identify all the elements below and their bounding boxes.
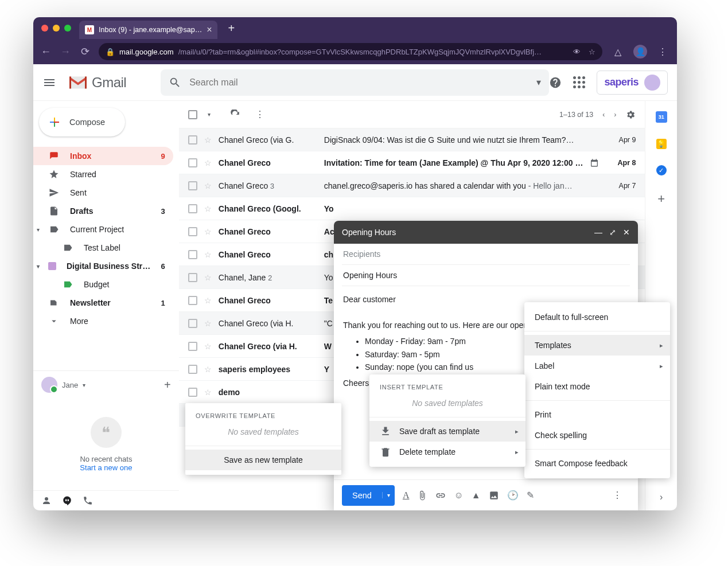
prev-page-icon[interactable]: ‹ bbox=[602, 111, 605, 119]
menu-item-check-spelling[interactable]: Check spelling bbox=[524, 425, 670, 446]
drive-insert-icon[interactable]: ▲ bbox=[472, 490, 481, 501]
mail-row[interactable]: ☆Chanel Greco (Googl.Yo bbox=[179, 197, 645, 220]
close-window-button[interactable] bbox=[41, 25, 48, 32]
keep-addon-icon[interactable]: 💡 bbox=[656, 139, 667, 149]
mail-checkbox[interactable] bbox=[188, 365, 197, 374]
hangouts-user[interactable]: Jane ▾ + bbox=[33, 371, 179, 399]
address-bar[interactable]: 🔒 mail.google.com /mail/u/0/?tab=rm&ogbl… bbox=[99, 43, 602, 60]
menu-item-default-to-full-screen[interactable]: Default to full-screen bbox=[524, 307, 670, 327]
mail-row[interactable]: ☆Chanel Greco 3chanel.greco@saperis.io h… bbox=[179, 174, 645, 197]
gmail-logo[interactable]: Gmail bbox=[68, 75, 126, 91]
menu-item-label[interactable]: Label▸ bbox=[524, 356, 670, 376]
sidebar-item-more[interactable]: More bbox=[33, 312, 173, 330]
settings-gear-icon[interactable] bbox=[625, 110, 636, 120]
sidebar-item-sent[interactable]: Sent bbox=[33, 184, 173, 202]
star-icon[interactable]: ☆ bbox=[204, 319, 212, 328]
person-icon[interactable] bbox=[41, 495, 52, 506]
send-options-icon[interactable]: ▾ bbox=[382, 492, 395, 498]
send-button[interactable]: Send ▾ bbox=[342, 485, 395, 506]
more-options-icon[interactable]: ⋮ bbox=[613, 490, 622, 501]
menu-item-templates[interactable]: Templates▸ bbox=[524, 335, 670, 356]
eye-icon[interactable]: 👁 bbox=[573, 48, 581, 56]
compose-header[interactable]: Opening Hours — ⤢ ✕ bbox=[334, 221, 638, 244]
subject-field[interactable]: Opening Hours bbox=[342, 265, 630, 286]
get-addons-icon[interactable]: + bbox=[657, 192, 665, 206]
new-tab-button[interactable]: + bbox=[228, 22, 235, 35]
mail-checkbox[interactable] bbox=[188, 296, 197, 305]
star-icon[interactable]: ☆ bbox=[204, 204, 212, 213]
maximize-window-button[interactable] bbox=[64, 25, 71, 32]
support-icon[interactable] bbox=[549, 76, 562, 89]
link-icon[interactable] bbox=[435, 490, 446, 501]
save-as-new-template-item[interactable]: Save as new template bbox=[185, 450, 341, 470]
formatting-icon[interactable]: A bbox=[403, 490, 410, 501]
sidebar-item-current-project[interactable]: ▾Current Project bbox=[33, 220, 173, 239]
sidebar-item-drafts[interactable]: Drafts3 bbox=[33, 202, 173, 220]
mail-checkbox[interactable] bbox=[188, 250, 197, 259]
search-bar[interactable]: ▾ bbox=[161, 69, 549, 96]
menu-item-smart-compose-feedback[interactable]: Smart Compose feedback bbox=[524, 453, 670, 474]
tasks-addon-icon[interactable]: ✓ bbox=[656, 165, 667, 175]
close-compose-icon[interactable]: ✕ bbox=[623, 228, 630, 237]
recipients-field[interactable]: Recipients bbox=[342, 244, 630, 265]
new-conversation-icon[interactable]: + bbox=[164, 378, 171, 392]
menu-item-plain-text-mode[interactable]: Plain text mode bbox=[524, 376, 670, 397]
apps-icon[interactable] bbox=[573, 76, 585, 88]
next-page-icon[interactable]: › bbox=[614, 111, 616, 119]
drive-icon[interactable]: △ bbox=[610, 44, 625, 59]
profile-avatar[interactable]: 👤 bbox=[633, 45, 647, 58]
refresh-icon[interactable] bbox=[230, 110, 240, 120]
compose-button[interactable]: Compose bbox=[39, 108, 125, 136]
fullscreen-compose-icon[interactable]: ⤢ bbox=[609, 228, 616, 237]
hangouts-icon[interactable] bbox=[62, 495, 72, 506]
reload-button[interactable]: ⟳ bbox=[79, 45, 91, 58]
sidebar-item-digital-business-str-[interactable]: ▾Digital Business Str…6 bbox=[33, 257, 173, 275]
workspace-account[interactable]: saperis bbox=[597, 71, 668, 95]
mail-row[interactable]: ☆Chanel Greco (via G.DigiSnack 09/04: Wa… bbox=[179, 128, 645, 151]
sidebar-item-inbox[interactable]: Inbox9 bbox=[33, 147, 173, 165]
mail-checkbox[interactable] bbox=[188, 181, 197, 190]
collapse-sidepanel-icon[interactable]: › bbox=[660, 492, 663, 502]
star-icon[interactable]: ☆ bbox=[204, 250, 212, 259]
select-dropdown-icon[interactable]: ▾ bbox=[208, 111, 211, 118]
star-icon[interactable]: ☆ bbox=[204, 365, 212, 374]
back-button[interactable]: ← bbox=[40, 46, 52, 58]
minimize-compose-icon[interactable]: — bbox=[594, 228, 602, 237]
save-draft-as-template-item[interactable]: Save draft as template ▸ bbox=[369, 421, 525, 442]
star-icon[interactable]: ☆ bbox=[204, 135, 212, 145]
mail-row[interactable]: ☆Chanel GrecoInvitation: Time for team (… bbox=[179, 151, 645, 174]
sidebar-item-budget[interactable]: Budget bbox=[33, 275, 173, 294]
star-icon[interactable]: ☆ bbox=[204, 158, 212, 167]
mail-checkbox[interactable] bbox=[188, 204, 197, 213]
menu-item-print[interactable]: Print bbox=[524, 404, 670, 425]
mail-checkbox[interactable] bbox=[188, 273, 197, 282]
select-all-checkbox[interactable] bbox=[188, 110, 197, 119]
minimize-window-button[interactable] bbox=[53, 25, 60, 32]
star-icon[interactable]: ☆ bbox=[204, 273, 212, 282]
star-icon[interactable]: ☆ bbox=[204, 181, 212, 190]
star-icon[interactable]: ☆ bbox=[204, 388, 212, 397]
mail-checkbox[interactable] bbox=[188, 227, 197, 236]
mail-checkbox[interactable] bbox=[188, 388, 197, 397]
sidebar-item-test-label[interactable]: Test Label bbox=[33, 239, 173, 257]
sidebar-item-newsletter[interactable]: Newsletter1 bbox=[33, 294, 173, 312]
star-icon[interactable]: ☆ bbox=[204, 227, 212, 236]
star-icon[interactable]: ☆ bbox=[204, 296, 212, 305]
search-input[interactable] bbox=[189, 77, 536, 88]
phone-icon[interactable] bbox=[83, 495, 93, 506]
attach-icon[interactable] bbox=[417, 490, 427, 501]
signature-icon[interactable]: ✎ bbox=[527, 490, 534, 501]
search-options-icon[interactable]: ▾ bbox=[536, 77, 541, 88]
image-icon[interactable] bbox=[489, 490, 499, 501]
delete-template-item[interactable]: Delete template ▸ bbox=[369, 442, 525, 462]
mail-checkbox[interactable] bbox=[188, 342, 197, 351]
main-menu-icon[interactable] bbox=[42, 76, 56, 89]
mail-checkbox[interactable] bbox=[188, 319, 197, 328]
browser-menu-icon[interactable]: ⋮ bbox=[655, 44, 670, 59]
more-actions-icon[interactable]: ⋮ bbox=[255, 109, 264, 120]
star-icon[interactable]: ☆ bbox=[204, 342, 212, 351]
mail-checkbox[interactable] bbox=[188, 135, 197, 145]
sidebar-item-starred[interactable]: Starred bbox=[33, 165, 173, 184]
emoji-icon[interactable]: ☺ bbox=[454, 490, 463, 501]
start-chat-link[interactable]: Start a new one bbox=[80, 463, 132, 472]
